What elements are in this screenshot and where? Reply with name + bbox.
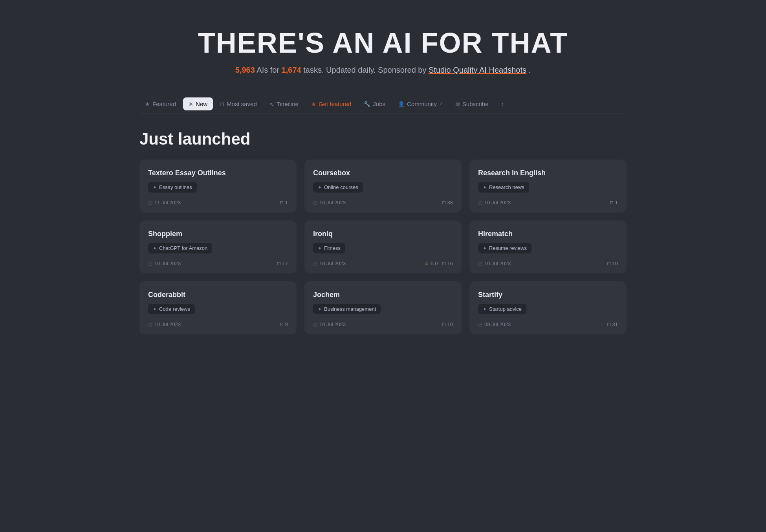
star-orange-icon: ★	[311, 101, 316, 107]
nav-item-sort[interactable]: ↕	[496, 98, 509, 110]
nav-item-get-featured[interactable]: ★ Get featured	[306, 97, 357, 110]
card-coderabbit[interactable]: Coderabbit ✦ Code reviews ◷ 10 Jul 2023 …	[139, 281, 297, 334]
card-title: Research in English	[478, 169, 618, 177]
card-footer: ◷ 09 Jul 2023 ⊓ 31	[478, 319, 618, 327]
card-stats: ⊓ 31	[607, 321, 618, 327]
card-date: ◷ 10 Jul 2023	[313, 321, 346, 327]
card-footer: ◷ 10 Jul 2023 ⊓ 10	[313, 319, 453, 327]
card-tag-label: Startup advice	[489, 306, 522, 312]
saves-count: 10	[612, 260, 618, 266]
card-tag-label: Online courses	[324, 184, 358, 190]
card-title: Shoppiem	[148, 230, 288, 238]
person-icon: 👤	[398, 101, 405, 107]
card-footer: ◷ 10 Jul 2023 ⊓ 17	[148, 258, 288, 266]
card-date: ◷ 10 Jul 2023	[478, 260, 511, 266]
card-ironiq[interactable]: Ironiq ✦ Fitness ◷ 10 Jul 2023 ☆5.0 ⊓ 16	[304, 220, 462, 273]
nav-item-subscribe[interactable]: ✉ Subscribe	[450, 97, 494, 110]
card-footer: ◷ 10 Jul 2023 ⊓ 9	[148, 319, 288, 327]
card-jochem[interactable]: Jochem ✦ Business management ◷ 10 Jul 20…	[304, 281, 462, 334]
nav-label-community: Community	[407, 101, 437, 107]
sparkle-icon: ✦	[483, 246, 487, 251]
card-startify[interactable]: Startify ✦ Startup advice ◷ 09 Jul 2023 …	[469, 281, 627, 334]
saves-count: 1	[285, 200, 288, 205]
card-saves: ⊓ 10	[607, 260, 618, 266]
nav-item-featured[interactable]: ★ Featured	[139, 97, 181, 110]
nav-label-timeline: Timeline	[277, 101, 299, 107]
clock-icon: ◷	[313, 260, 317, 266]
card-date: ◷ 11 Jul 2023	[148, 200, 181, 205]
card-tag: ✦ Online courses	[313, 182, 363, 193]
card-saves: ⊓ 10	[442, 321, 453, 327]
task-count: 1,674	[282, 66, 301, 74]
clock-icon: ◷	[148, 321, 152, 327]
card-date: ◷ 09 Jul 2023	[478, 321, 511, 327]
sparkle-icon: ✦	[483, 306, 487, 312]
main-nav: ★ Featured ✳ New ⊓ Most saved ∿ Timeline…	[139, 94, 627, 114]
saves-count: 9	[285, 321, 288, 327]
hero-section: THERE'S AN AI FOR THAT 5,963 AIs for 1,6…	[139, 16, 627, 94]
card-shoppiem[interactable]: Shoppiem ✦ ChatGPT for Amazon ◷ 10 Jul 2…	[139, 220, 297, 273]
card-stats: ⊓ 9	[280, 321, 288, 327]
nav-label-most-saved: Most saved	[227, 101, 257, 107]
card-tag: ✦ Essay outlines	[148, 182, 197, 193]
nav-item-jobs[interactable]: 🔧 Jobs	[358, 97, 391, 110]
nav-item-timeline[interactable]: ∿ Timeline	[264, 97, 304, 110]
nav-label-get-featured: Get featured	[319, 101, 351, 107]
subtitle-pre: AIs for	[257, 66, 281, 74]
nav-item-most-saved[interactable]: ⊓ Most saved	[214, 97, 262, 110]
sparkle-icon: ✦	[483, 185, 487, 190]
subtitle-mid: tasks. Updated daily. Sponsored by	[303, 66, 429, 74]
save-icon: ⊓	[277, 260, 281, 266]
clock-icon: ◷	[478, 200, 482, 205]
bookmark-icon: ⊓	[220, 101, 224, 107]
card-saves: ⊓ 17	[277, 260, 288, 266]
card-date-text: 09 Jul 2023	[484, 321, 511, 327]
card-date: ◷ 10 Jul 2023	[148, 321, 181, 327]
card-date: ◷ 10 Jul 2023	[148, 260, 181, 266]
card-tag: ✦ Research news	[478, 182, 529, 193]
card-tag: ✦ Resume reviews	[478, 243, 531, 253]
card-tag: ✦ Startup advice	[478, 304, 526, 314]
card-tag: ✦ Code reviews	[148, 304, 195, 314]
sparkle-icon: ✦	[153, 185, 157, 190]
sponsor-link[interactable]: Studio Quality AI Headshots	[429, 66, 526, 74]
save-icon: ⊓	[442, 260, 446, 266]
card-stats: ⊓ 10	[442, 321, 453, 327]
sparkle-icon: ✦	[318, 306, 322, 312]
card-textero[interactable]: Textero Essay Outlines ✦ Essay outlines …	[139, 160, 297, 213]
card-stats: ☆5.0 ⊓ 16	[424, 260, 453, 266]
clock-icon: ◷	[478, 260, 482, 266]
nav-label-subscribe: Subscribe	[462, 101, 489, 107]
nav-item-new[interactable]: ✳ New	[183, 97, 213, 110]
save-icon: ⊓	[607, 260, 611, 266]
card-stats: ⊓ 38	[442, 200, 453, 205]
nav-label-jobs: Jobs	[373, 101, 385, 107]
card-saves: ⊓ 1	[280, 200, 288, 205]
clock-icon: ◷	[478, 321, 482, 327]
rating-value: 5.0	[431, 260, 438, 266]
card-footer: ◷ 10 Jul 2023 ⊓ 10	[478, 258, 618, 266]
card-tag: ✦ Business management	[313, 304, 381, 314]
card-title: Jochem	[313, 291, 453, 299]
clock-icon: ◷	[313, 321, 317, 327]
card-research-english[interactable]: Research in English ✦ Research news ◷ 10…	[469, 160, 627, 213]
card-tag-label: Research news	[489, 184, 524, 190]
card-tag-label: ChatGPT for Amazon	[159, 245, 207, 251]
card-saves: ⊓ 9	[280, 321, 288, 327]
card-date-text: 10 Jul 2023	[319, 200, 346, 205]
mail-icon: ✉	[455, 101, 460, 107]
card-tag-label: Resume reviews	[489, 245, 527, 251]
card-title: Textero Essay Outlines	[148, 169, 288, 177]
hero-subtitle: 5,963 AIs for 1,674 tasks. Updated daily…	[139, 66, 627, 75]
card-date: ◷ 10 Jul 2023	[478, 200, 511, 205]
card-saves: ⊓ 31	[607, 321, 618, 327]
save-icon: ⊓	[442, 321, 446, 327]
card-tag: ✦ ChatGPT for Amazon	[148, 243, 212, 253]
card-coursebox[interactable]: Coursebox ✦ Online courses ◷ 10 Jul 2023…	[304, 160, 462, 213]
card-saves: ⊓ 38	[442, 200, 453, 205]
card-footer: ◷ 10 Jul 2023 ⊓ 38	[313, 197, 453, 205]
card-hirematch[interactable]: Hirematch ✦ Resume reviews ◷ 10 Jul 2023…	[469, 220, 627, 273]
nav-item-community[interactable]: 👤 Community ↗	[392, 97, 448, 110]
saves-count: 1	[615, 200, 618, 205]
card-title: Ironiq	[313, 230, 453, 238]
